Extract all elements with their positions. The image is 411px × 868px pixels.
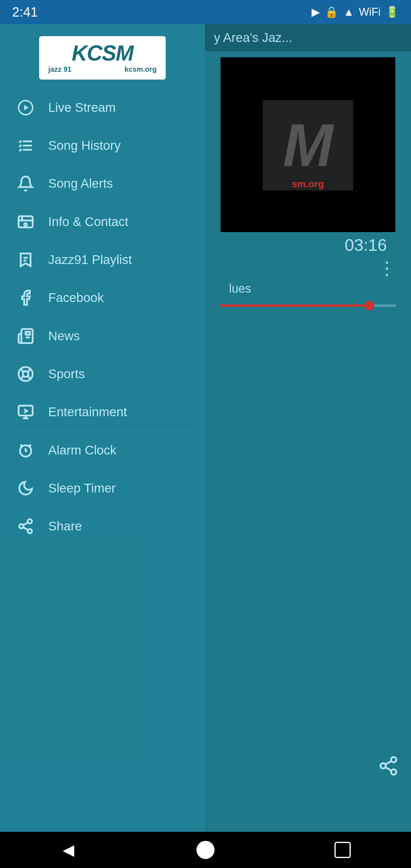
recents-icon bbox=[335, 842, 351, 858]
back-button[interactable]: ◀ bbox=[50, 838, 87, 862]
logo-kcsm: KCSM bbox=[48, 42, 157, 64]
right-top-title: y Area's Jaz... bbox=[214, 30, 292, 45]
album-area: M sm.org 03:16 ⋮ lues bbox=[205, 51, 411, 832]
progress-fill bbox=[220, 304, 370, 307]
kcsm-watermark: sm.org bbox=[292, 179, 324, 190]
news-icon bbox=[15, 326, 36, 347]
wifi-icon: WiFi bbox=[359, 6, 381, 19]
svg-point-13 bbox=[24, 223, 27, 226]
menu-item-entertainment[interactable]: Entertainment bbox=[0, 393, 205, 431]
svg-line-31 bbox=[23, 527, 28, 530]
status-time: 2:41 bbox=[12, 4, 38, 20]
back-icon: ◀ bbox=[63, 841, 74, 859]
alarm-clock-label: Alarm Clock bbox=[48, 443, 116, 458]
svg-line-32 bbox=[23, 522, 28, 525]
menu-item-news[interactable]: News bbox=[0, 317, 205, 355]
battery-icon: 🔋 bbox=[385, 6, 399, 19]
svg-line-27 bbox=[29, 444, 31, 446]
menu-item-song-history[interactable]: Song History bbox=[0, 127, 205, 164]
navigation-bar: ◀ bbox=[0, 832, 411, 868]
media-icon: ▶ bbox=[312, 6, 320, 19]
play-icon bbox=[15, 97, 36, 118]
recents-button[interactable] bbox=[324, 838, 361, 862]
song-alerts-label: Song Alerts bbox=[48, 176, 113, 191]
menu-item-facebook[interactable]: Facebook bbox=[0, 279, 205, 317]
svg-point-1 bbox=[381, 763, 386, 769]
entertainment-icon bbox=[15, 401, 36, 423]
svg-line-3 bbox=[385, 767, 391, 771]
svg-point-2 bbox=[391, 770, 397, 775]
menu-item-sleep-timer[interactable]: Sleep Timer bbox=[0, 469, 205, 507]
home-icon bbox=[196, 841, 215, 859]
sports-label: Sports bbox=[48, 367, 85, 381]
share-icon-right[interactable] bbox=[378, 755, 399, 778]
album-letter: M bbox=[283, 111, 333, 180]
song-info: lues bbox=[229, 282, 251, 295]
sleep-icon bbox=[15, 478, 36, 499]
right-top-bar: y Area's Jaz... bbox=[205, 24, 411, 51]
live-stream-label: Live Stream bbox=[48, 100, 116, 115]
home-button[interactable] bbox=[187, 838, 224, 862]
menu-item-song-alerts[interactable]: Song Alerts bbox=[0, 164, 205, 203]
logo-section: KCSM jazz 91 kcsm.org bbox=[0, 30, 205, 89]
menu-item-alarm-clock[interactable]: Alarm Clock bbox=[0, 431, 205, 469]
time-display: 03:16 bbox=[345, 235, 387, 255]
facebook-label: Facebook bbox=[48, 290, 104, 305]
navigation-drawer: KCSM jazz 91 kcsm.org Live Stream bbox=[0, 24, 205, 832]
svg-marker-6 bbox=[24, 105, 28, 111]
svg-point-30 bbox=[28, 529, 32, 533]
list-icon bbox=[15, 135, 36, 156]
status-icons: ▶ 🔒 ▲ WiFi 🔋 bbox=[312, 6, 399, 19]
menu-item-live-stream[interactable]: Live Stream bbox=[0, 89, 205, 127]
svg-line-26 bbox=[20, 444, 22, 446]
logo-url: kcsm.org bbox=[124, 65, 157, 73]
svg-point-0 bbox=[391, 757, 397, 763]
signal-icon: ▲ bbox=[343, 6, 354, 19]
svg-rect-19 bbox=[26, 332, 30, 335]
lock-icon: 🔒 bbox=[325, 6, 338, 19]
more-options-icon[interactable]: ⋮ bbox=[378, 258, 396, 279]
logo-container: KCSM jazz 91 kcsm.org bbox=[39, 36, 166, 80]
news-label: News bbox=[48, 329, 80, 343]
sports-icon bbox=[15, 364, 36, 384]
svg-point-28 bbox=[28, 519, 32, 524]
svg-point-29 bbox=[19, 524, 24, 528]
jazz91-playlist-label: Jazz91 Playlist bbox=[48, 253, 132, 267]
menu-item-jazz91-playlist[interactable]: Jazz91 Playlist bbox=[0, 241, 205, 279]
entertainment-label: Entertainment bbox=[48, 405, 127, 419]
right-panel: y Area's Jaz... M sm.org 03:16 ⋮ lues bbox=[205, 24, 411, 832]
svg-line-4 bbox=[385, 761, 391, 765]
menu-item-sports[interactable]: Sports bbox=[0, 355, 205, 393]
logo-jazz: jazz 91 bbox=[48, 65, 71, 73]
progress-bar[interactable] bbox=[220, 304, 396, 307]
menu-item-info-contact[interactable]: Info & Contact bbox=[0, 203, 205, 241]
svg-point-21 bbox=[23, 371, 29, 377]
info-contact-label: Info & Contact bbox=[48, 215, 128, 229]
album-art: M sm.org bbox=[221, 57, 395, 232]
bell-icon bbox=[15, 173, 36, 194]
progress-dot bbox=[365, 301, 374, 310]
facebook-icon bbox=[15, 287, 36, 308]
progress-bar-container[interactable] bbox=[211, 304, 405, 307]
album-art-inner: M bbox=[263, 100, 353, 190]
menu-item-share[interactable]: Share bbox=[0, 507, 205, 545]
bookmark-icon bbox=[15, 249, 36, 270]
logo-sub: jazz 91 kcsm.org bbox=[48, 65, 157, 73]
sleep-timer-label: Sleep Timer bbox=[48, 481, 116, 495]
song-history-label: Song History bbox=[48, 138, 121, 153]
share-label: Share bbox=[48, 519, 82, 533]
contact-icon bbox=[15, 211, 36, 232]
status-bar: 2:41 ▶ 🔒 ▲ WiFi 🔋 bbox=[0, 0, 411, 24]
share-icon bbox=[15, 516, 36, 537]
alarm-icon bbox=[15, 440, 36, 461]
